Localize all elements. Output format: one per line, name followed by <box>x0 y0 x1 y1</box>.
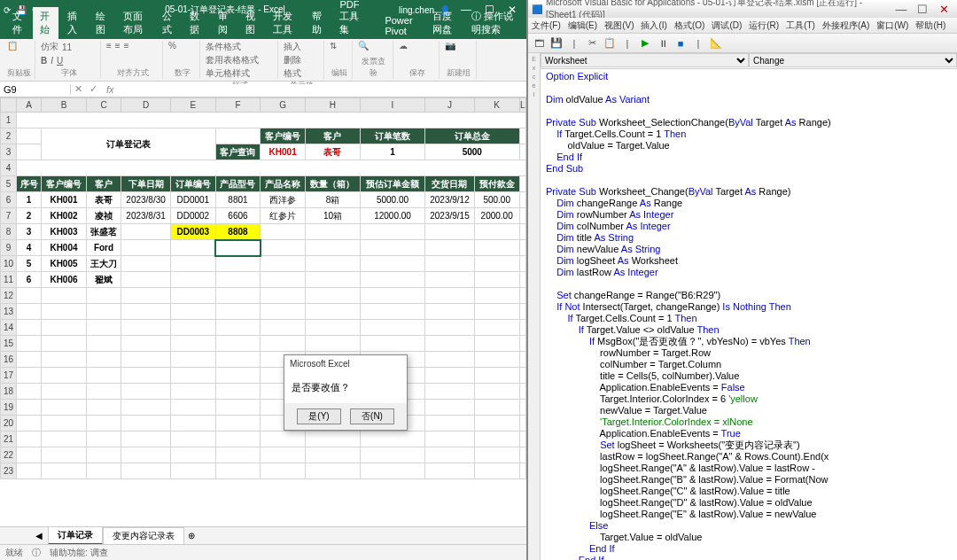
cell[interactable] <box>121 224 171 240</box>
cell[interactable] <box>425 320 475 336</box>
cell[interactable] <box>425 432 475 447</box>
cell[interactable] <box>425 352 475 368</box>
cell[interactable] <box>474 288 519 304</box>
cell[interactable] <box>305 288 360 304</box>
cell[interactable] <box>474 416 519 432</box>
cell[interactable] <box>474 447 519 463</box>
ribbon-tab[interactable]: 帮助 <box>305 7 331 39</box>
cell[interactable] <box>519 336 525 352</box>
cell[interactable] <box>261 304 306 320</box>
cell[interactable] <box>261 336 306 352</box>
cell[interactable] <box>519 352 525 368</box>
cell[interactable] <box>519 384 525 400</box>
italic-icon[interactable]: I <box>51 56 53 66</box>
menu-item[interactable]: 编辑(E) <box>568 19 597 32</box>
minimize-icon[interactable]: — <box>891 1 911 17</box>
cell[interactable] <box>474 432 519 447</box>
cell[interactable] <box>474 336 519 352</box>
maximize-icon[interactable]: ☐ <box>913 1 932 17</box>
cell[interactable]: 张盛茗 <box>86 224 121 240</box>
cell[interactable]: DD0001 <box>170 192 215 208</box>
tell-me[interactable]: ⓘ 操作说明搜索 <box>464 7 521 39</box>
cell[interactable] <box>86 368 121 384</box>
ribbon-baidu[interactable]: ☁ 保存 <box>395 41 440 79</box>
cell[interactable] <box>42 304 87 320</box>
copy-icon[interactable]: 📋 <box>603 36 617 51</box>
menu-item[interactable]: 插入(I) <box>641 19 666 32</box>
cell[interactable] <box>215 336 261 352</box>
cell[interactable] <box>215 416 261 432</box>
cell[interactable] <box>121 416 171 432</box>
cell[interactable]: 红参片 <box>261 208 306 224</box>
cell[interactable] <box>261 256 306 272</box>
menu-item[interactable]: 文件(F) <box>532 19 561 32</box>
cell[interactable] <box>215 463 261 479</box>
ribbon-tab[interactable]: 文件 <box>5 7 31 39</box>
cell[interactable] <box>360 272 424 288</box>
cell[interactable]: 2000.00 <box>474 208 519 224</box>
cell[interactable] <box>17 368 42 384</box>
cell[interactable] <box>474 368 519 384</box>
cell[interactable]: KH006 <box>42 272 87 288</box>
cell[interactable] <box>170 304 215 320</box>
ribbon-tab[interactable]: Power Pivot <box>377 12 423 39</box>
cell[interactable] <box>215 368 261 384</box>
cell[interactable] <box>42 336 87 352</box>
cell[interactable] <box>215 400 261 416</box>
ribbon-align[interactable]: ≡≡≡ 对齐方式 <box>103 41 163 79</box>
procedure-dropdown[interactable]: Change <box>749 53 957 67</box>
prev-sheet-icon[interactable]: ◀ <box>35 531 43 541</box>
align-left-icon[interactable]: ≡ <box>106 41 112 51</box>
view-icon[interactable]: 🗔 <box>532 36 546 51</box>
cell[interactable] <box>261 272 306 288</box>
no-button[interactable]: 否(N) <box>350 408 394 424</box>
cell[interactable] <box>215 432 261 447</box>
ribbon-newgroup[interactable]: 📷 新建组 <box>441 41 477 79</box>
cell[interactable] <box>360 256 424 272</box>
cell[interactable] <box>425 400 475 416</box>
align-center-icon[interactable]: ≡ <box>115 41 121 51</box>
camera-icon[interactable]: 📷 <box>445 41 455 51</box>
cell[interactable] <box>215 447 261 463</box>
cell[interactable] <box>305 240 360 256</box>
ribbon-tab[interactable]: 开始 <box>33 7 58 39</box>
cell[interactable] <box>42 447 87 463</box>
cell[interactable] <box>305 272 360 288</box>
cell[interactable] <box>121 384 171 400</box>
cell[interactable] <box>425 416 475 432</box>
cell[interactable] <box>215 256 261 272</box>
object-dropdown[interactable]: Worksheet <box>541 53 749 67</box>
cell[interactable]: 1 <box>17 192 42 208</box>
cell[interactable] <box>170 447 215 463</box>
cell[interactable] <box>121 320 171 336</box>
cell[interactable] <box>425 368 475 384</box>
cell[interactable] <box>425 304 475 320</box>
cell[interactable] <box>86 288 121 304</box>
cell[interactable]: 5000.00 <box>360 192 424 208</box>
cell[interactable] <box>170 336 215 352</box>
cell[interactable] <box>519 463 525 479</box>
cell[interactable]: 2023/8/30 <box>121 192 171 208</box>
cell[interactable] <box>425 447 475 463</box>
cell[interactable] <box>360 447 424 463</box>
cell[interactable] <box>86 336 121 352</box>
cell[interactable] <box>474 320 519 336</box>
cell[interactable] <box>17 304 42 320</box>
cell[interactable] <box>425 336 475 352</box>
ribbon-tab[interactable]: 百度网盘 <box>425 7 463 39</box>
cut-icon[interactable]: ✂ <box>585 36 599 51</box>
cell[interactable] <box>42 288 87 304</box>
cell[interactable]: KH002 <box>42 208 87 224</box>
cell[interactable] <box>17 352 42 368</box>
cell[interactable] <box>121 447 171 463</box>
cell[interactable]: 2023/9/12 <box>425 192 475 208</box>
cell[interactable] <box>86 463 121 479</box>
cell[interactable] <box>121 336 171 352</box>
break-icon[interactable]: ⏸ <box>656 36 670 51</box>
cell[interactable] <box>17 447 42 463</box>
cell[interactable] <box>170 384 215 400</box>
cell[interactable] <box>121 240 171 256</box>
cell[interactable]: Ford <box>86 240 121 256</box>
ribbon-tab[interactable]: 绘图 <box>89 7 114 39</box>
cell[interactable] <box>42 432 87 447</box>
